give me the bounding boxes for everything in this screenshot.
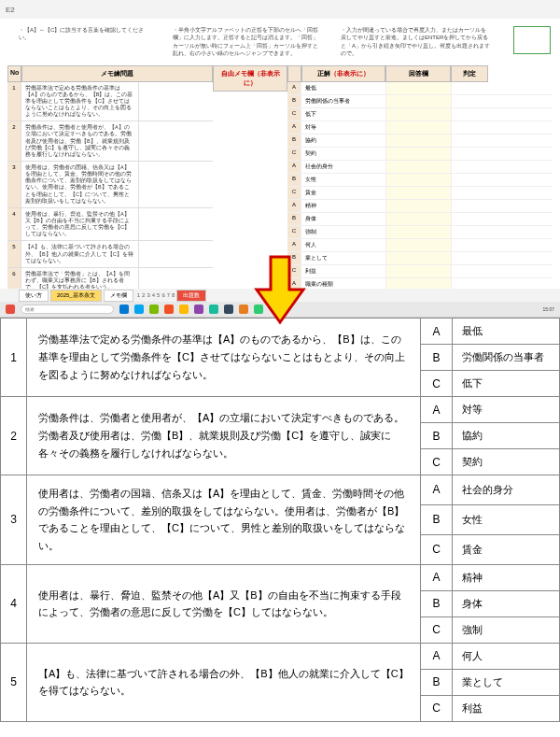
- table-row: 3使用者は、労働者の国籍、信条又は【A】を理由として、賃金、労働時間その他の労働…: [1, 475, 560, 505]
- memo-cell[interactable]: [138, 121, 213, 161]
- taskbar-search[interactable]: 検索: [21, 305, 114, 314]
- answer-letter: C: [421, 695, 453, 721]
- answer-value: 社会的身分: [453, 475, 560, 505]
- table-row: 1労働基準法で定める労働条件の基準は【A】のものであるから、【B】は、この基準を…: [7, 82, 213, 122]
- tab-page-number[interactable]: 6: [161, 292, 164, 298]
- explorer-icon[interactable]: [119, 305, 129, 314]
- header-judgment: 判定: [451, 65, 488, 82]
- answer-input-cell[interactable]: [385, 226, 451, 238]
- judgment-cell: [451, 135, 488, 147]
- answer-input-cell[interactable]: [385, 174, 451, 186]
- app-icon-4[interactable]: [239, 305, 248, 314]
- memo-cell[interactable]: [138, 208, 213, 241]
- tab-page-number[interactable]: 1: [137, 292, 140, 298]
- question-text: 【A】も、法律に基づいて許される場合の外、【B】他人の就業に介入して【C】を得て…: [27, 643, 421, 721]
- answer-input-cell[interactable]: [385, 252, 451, 264]
- answer-input-cell[interactable]: [385, 200, 451, 212]
- question-text: 使用者は、労働者の国籍、信条又は【A】を理由として、賃金、労働時間その他の労働条…: [27, 475, 421, 565]
- answer-input-cell[interactable]: [385, 213, 451, 225]
- app-icon-2[interactable]: [209, 305, 218, 314]
- judgment-cell: [451, 82, 488, 94]
- answer-input-cell[interactable]: [385, 121, 451, 134]
- excel-icon[interactable]: [149, 305, 159, 314]
- answer-row: C賃金: [287, 187, 553, 200]
- answer-input-cell[interactable]: [385, 239, 451, 251]
- correct-answer-value: 利益: [301, 265, 385, 277]
- judgment-cell: [451, 200, 488, 212]
- question-number: 4: [1, 564, 27, 643]
- tab-page-number[interactable]: 4: [152, 292, 155, 298]
- down-arrow-icon: [252, 252, 308, 331]
- tab-page-number[interactable]: 5: [157, 292, 160, 298]
- judgment-cell: [451, 121, 488, 134]
- tab-question-count[interactable]: 出題数: [176, 290, 206, 302]
- row-number: 1: [7, 82, 21, 121]
- answer-row: B労働関係の当事者: [287, 95, 553, 108]
- answer-input-cell[interactable]: [385, 187, 451, 199]
- tab-usage[interactable]: 使い方: [19, 290, 49, 302]
- answer-input-cell[interactable]: [385, 148, 451, 160]
- answer-input-cell[interactable]: [385, 135, 451, 147]
- edge-icon[interactable]: [134, 305, 144, 314]
- app-icon-3[interactable]: [224, 305, 233, 314]
- answer-letter: B: [421, 590, 453, 617]
- answer-row: A精神: [287, 200, 553, 213]
- row-number: 5: [7, 241, 21, 266]
- judgment-cell: [451, 161, 488, 173]
- question-text: 使用者は、暴行、脅迫、監禁その他【A】又【B】の自由を不当に拘束する手段によって…: [21, 208, 138, 241]
- answer-value: 身体: [453, 590, 560, 617]
- tab-page-number[interactable]: 3: [147, 292, 149, 298]
- answer-value: 低下: [453, 371, 560, 397]
- answer-letter: B: [421, 669, 453, 695]
- judgment-cell: [451, 239, 488, 251]
- answer-letter: A: [421, 397, 453, 423]
- word-icon[interactable]: [164, 305, 174, 314]
- answer-input-cell[interactable]: [385, 95, 451, 107]
- answer-letter: C: [287, 148, 301, 160]
- answer-input-cell[interactable]: [385, 161, 451, 173]
- question-number: 1: [1, 319, 27, 397]
- answer-letter: C: [421, 534, 453, 564]
- correct-answer-value: 社会的身分: [301, 161, 385, 173]
- answer-input-cell[interactable]: [385, 265, 451, 277]
- correct-answer-value: 業として: [301, 252, 385, 264]
- green-jump-box[interactable]: [513, 26, 551, 54]
- table-row: 5【A】も、法律に基づいて許される場合の外、【B】他人の就業に介入して【C】を得…: [7, 241, 213, 267]
- tab-memo[interactable]: メモ欄: [104, 290, 133, 302]
- answer-input-cell[interactable]: [385, 108, 451, 120]
- judgment-cell: [451, 95, 488, 107]
- app-icon-1[interactable]: [194, 305, 203, 314]
- answer-value: 業として: [453, 669, 560, 695]
- table-row: 4使用者は、暴行、脅迫、監禁その他【A】又【B】の自由を不当に拘束する手段によっ…: [7, 208, 213, 242]
- chrome-icon[interactable]: [179, 305, 189, 314]
- taskbar-app-icon[interactable]: [6, 305, 15, 314]
- note-mid: ・半角小文字アルファベットの正答を下部のセルへ「回答欄」に入力します。正答すると…: [173, 26, 322, 58]
- answer-letter: C: [287, 187, 301, 199]
- answer-letter: B: [421, 345, 453, 371]
- tab-page-number[interactable]: 2: [142, 292, 145, 298]
- question-text: 使用者は、暴行、脅迫、監禁その他【A】又【B】の自由を不当に拘束する手段によって…: [27, 564, 421, 643]
- answer-letter: A: [287, 239, 301, 251]
- excel-screenshot: E2 ・【A】～【C】に該当する言葉を確認してください。 ・半角小文字アルファベ…: [0, 0, 560, 318]
- zoomed-table: 1労働基準法で定める労働条件の基準は【A】のものであるから、【B】は、この基準を…: [0, 318, 560, 722]
- tab-page-number[interactable]: 7: [167, 292, 170, 298]
- tab-page-number[interactable]: 8: [172, 292, 175, 298]
- question-text: 労働基準法で定める労働条件の基準は【A】のものであるから、【B】は、この基準を理…: [27, 319, 421, 397]
- memo-cell[interactable]: [138, 162, 213, 207]
- answer-value: 最低: [453, 319, 560, 345]
- correct-answer-value: 低下: [301, 108, 385, 120]
- question-text: 労働基準法で定める労働条件の基準は【A】のものであるから、【B】は、この基準を理…: [21, 82, 138, 121]
- judgment-cell: [451, 187, 488, 199]
- answer-value: 対等: [453, 397, 560, 423]
- correct-answer-value: 強制: [301, 226, 385, 238]
- answer-letter: C: [421, 371, 453, 397]
- header-no: No: [7, 65, 21, 82]
- correct-answer-value: 労働関係の当事者: [301, 95, 385, 107]
- cell-reference: E2: [6, 6, 15, 14]
- memo-cell[interactable]: [138, 82, 213, 121]
- answer-input-cell[interactable]: [385, 82, 451, 94]
- table-row: 2労働条件は、労働者と使用者が、【A】の立場において決定すべきものである。労働者…: [7, 121, 213, 162]
- answer-value: 女性: [453, 504, 560, 534]
- tab-main-active[interactable]: 2025_基本条文: [50, 290, 102, 302]
- memo-cell[interactable]: [138, 241, 213, 266]
